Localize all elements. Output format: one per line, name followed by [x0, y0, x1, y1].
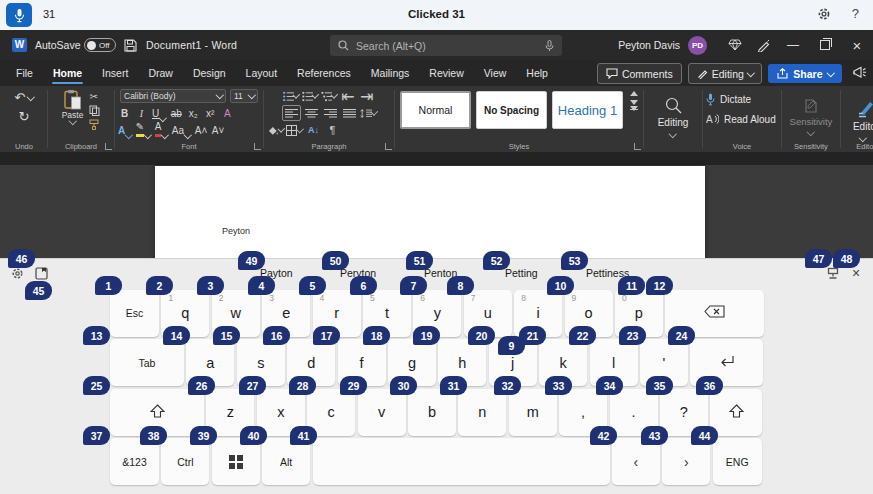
- subscript-button[interactable]: x₂: [187, 105, 200, 120]
- read-aloud-button[interactable]: A Read Aloud: [706, 111, 776, 127]
- ink-pen-icon[interactable]: [749, 30, 777, 60]
- key-windows[interactable]: [212, 438, 260, 485]
- voice-settings-gear-icon[interactable]: [817, 7, 831, 25]
- voice-badge-42[interactable]: 42: [590, 426, 617, 445]
- voice-badge-32[interactable]: 32: [494, 376, 521, 395]
- voice-badge-30[interactable]: 30: [390, 376, 417, 395]
- save-icon[interactable]: [124, 38, 137, 56]
- change-case-button[interactable]: Aa: [172, 122, 191, 137]
- voice-badge-26[interactable]: 26: [188, 376, 215, 395]
- highlight-color-button[interactable]: ✎: [136, 122, 151, 137]
- key-m[interactable]: m: [509, 389, 557, 436]
- voice-badge-17[interactable]: 17: [313, 326, 340, 345]
- editing-group[interactable]: Editing: [644, 86, 702, 152]
- style-heading1[interactable]: Heading 1: [552, 91, 623, 129]
- key-ctrl[interactable]: Ctrl: [161, 438, 209, 485]
- bullets-button[interactable]: [283, 89, 300, 103]
- comments-button[interactable]: Comments: [597, 63, 682, 84]
- cut-scissors-icon[interactable]: ✂: [89, 92, 100, 102]
- key-b[interactable]: b: [408, 389, 456, 436]
- format-painter-icon[interactable]: [89, 119, 100, 130]
- voice-badge-2[interactable]: 2: [146, 276, 173, 295]
- show-formatting-button[interactable]: ¶: [324, 123, 341, 137]
- numbering-button[interactable]: [302, 89, 319, 103]
- superscript-button[interactable]: x²: [204, 105, 217, 120]
- voice-badge-33[interactable]: 33: [545, 376, 572, 395]
- voice-badge-49[interactable]: 49: [238, 251, 265, 270]
- undo-button[interactable]: ↶: [14, 91, 33, 104]
- key-alt[interactable]: Alt: [262, 438, 310, 485]
- font-size-select[interactable]: 11: [230, 89, 258, 103]
- styles-scroll-up[interactable]: [630, 91, 638, 96]
- font-name-select[interactable]: Calibri (Body): [120, 89, 226, 103]
- shading-button[interactable]: [267, 123, 284, 137]
- close-button[interactable]: ×: [841, 30, 873, 60]
- key-language[interactable]: ENG: [713, 438, 762, 485]
- style-no-spacing[interactable]: No Spacing: [476, 91, 547, 129]
- voice-badge-29[interactable]: 29: [340, 376, 367, 395]
- key-n[interactable]: n: [458, 389, 506, 436]
- text-effects-button[interactable]: A: [118, 122, 132, 137]
- voice-badge-36[interactable]: 36: [696, 376, 723, 395]
- voice-badge-19[interactable]: 19: [413, 326, 440, 345]
- voice-badge-3[interactable]: 3: [197, 276, 224, 295]
- voice-badge-48[interactable]: 48: [833, 249, 860, 268]
- dictate-button[interactable]: Dictate: [706, 91, 751, 107]
- voice-badge-31[interactable]: 31: [440, 376, 467, 395]
- user-avatar[interactable]: PD: [688, 36, 707, 55]
- font-dialog-launcher[interactable]: [254, 143, 261, 150]
- voice-badge-7[interactable]: 7: [400, 276, 427, 295]
- decrease-indent-button[interactable]: ⇤: [340, 89, 357, 103]
- borders-button[interactable]: [286, 123, 303, 137]
- sensitivity-button-label[interactable]: Sensitivity: [790, 116, 833, 127]
- voice-badge-23[interactable]: 23: [619, 326, 646, 345]
- voice-badge-44[interactable]: 44: [691, 426, 718, 445]
- voice-badge-11[interactable]: 11: [618, 276, 645, 295]
- suggestion-petting[interactable]: Petting: [505, 267, 538, 279]
- italic-button[interactable]: I: [135, 105, 148, 120]
- align-right-button[interactable]: [322, 106, 339, 120]
- paragraph-dialog-launcher[interactable]: [385, 143, 392, 150]
- voice-badge-20[interactable]: 20: [468, 326, 495, 345]
- voice-badge-46[interactable]: 46: [8, 249, 35, 268]
- voice-badge-14[interactable]: 14: [163, 326, 190, 345]
- voice-badge-13[interactable]: 13: [83, 326, 110, 345]
- voice-badge-15[interactable]: 15: [213, 326, 240, 345]
- editor-group[interactable]: Editor Editor: [841, 86, 873, 152]
- voice-badge-10[interactable]: 10: [547, 276, 574, 295]
- voice-badge-28[interactable]: 28: [289, 376, 316, 395]
- key-esc[interactable]: Esc: [110, 290, 159, 337]
- voice-badge-8[interactable]: 8: [447, 276, 474, 295]
- voice-badge-52[interactable]: 52: [483, 251, 510, 270]
- tab-insert[interactable]: Insert: [92, 60, 138, 86]
- key-arrow-left[interactable]: ‹: [612, 438, 660, 485]
- autosave-toggle[interactable]: Off: [84, 38, 116, 52]
- clear-formatting-button[interactable]: A: [221, 105, 234, 120]
- tab-references[interactable]: References: [287, 60, 361, 86]
- voice-badge-47[interactable]: 47: [805, 249, 832, 268]
- voice-badge-34[interactable]: 34: [596, 376, 623, 395]
- increase-indent-button[interactable]: ⇥: [359, 89, 376, 103]
- voice-badge-4[interactable]: 4: [248, 276, 275, 295]
- voice-badge-27[interactable]: 27: [239, 376, 266, 395]
- bold-button[interactable]: B: [118, 105, 131, 120]
- copy-icon[interactable]: [89, 105, 100, 116]
- styles-more-button[interactable]: [630, 109, 638, 129]
- key-v[interactable]: v: [358, 389, 406, 436]
- tab-draw[interactable]: Draw: [138, 60, 183, 86]
- voice-badge-43[interactable]: 43: [641, 426, 668, 445]
- clipboard-history-icon[interactable]: [32, 264, 50, 282]
- strikethrough-button[interactable]: ab: [170, 105, 183, 120]
- voice-badge-38[interactable]: 38: [140, 426, 167, 445]
- voice-help-button[interactable]: ?: [852, 6, 859, 21]
- voice-badge-45[interactable]: 45: [25, 281, 52, 300]
- key-symbols[interactable]: &123: [110, 438, 159, 485]
- tab-view[interactable]: View: [474, 60, 517, 86]
- tab-design[interactable]: Design: [183, 60, 236, 86]
- clipboard-dialog-launcher[interactable]: [105, 143, 112, 150]
- editing-mode-button[interactable]: Editing: [688, 63, 763, 84]
- key-arrow-right[interactable]: ›: [662, 438, 710, 485]
- styles-dialog-launcher[interactable]: [634, 143, 641, 150]
- voice-badge-6[interactable]: 6: [350, 276, 377, 295]
- voice-badge-1[interactable]: 1: [95, 276, 122, 295]
